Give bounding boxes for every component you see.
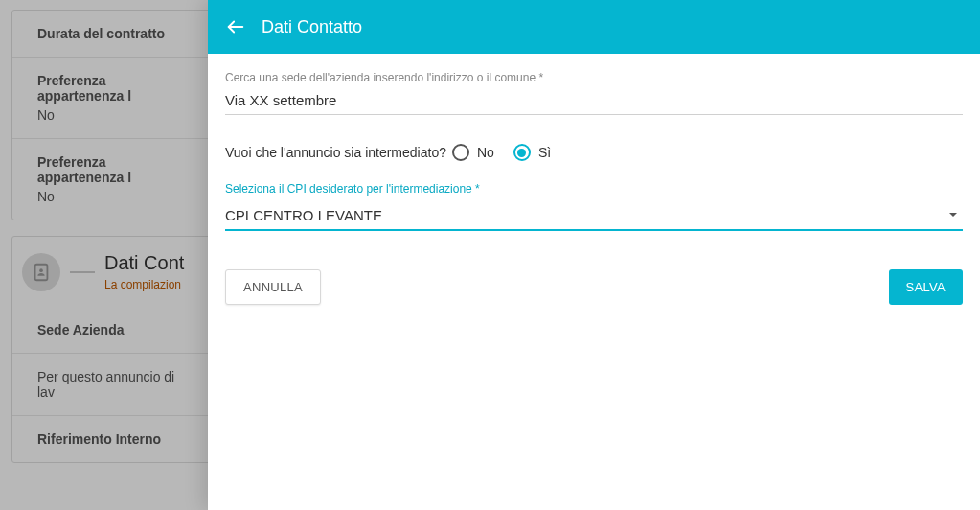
radio-no-label: No [477, 145, 494, 160]
cpi-field: Seleziona il CPI desiderato per l'interm… [225, 182, 963, 231]
modal-header: Dati Contatto [208, 0, 980, 54]
search-input[interactable] [225, 84, 963, 115]
required-asterisk: * [472, 182, 480, 196]
cpi-select[interactable] [225, 199, 963, 231]
cpi-label: Seleziona il CPI desiderato per l'interm… [225, 182, 963, 196]
radio-question: Vuoi che l'annuncio sia intermediato? [225, 145, 446, 160]
save-button[interactable]: SALVA [889, 269, 963, 305]
radio-circle-selected-icon [513, 144, 531, 161]
modal-body: Cerca una sede dell'azienda inserendo l'… [208, 54, 980, 322]
intermediato-radio-group: Vuoi che l'annuncio sia intermediato? No… [225, 144, 963, 161]
radio-si-label: Sì [538, 145, 551, 160]
back-arrow-icon[interactable] [225, 16, 246, 37]
radio-si[interactable]: Sì [513, 144, 551, 161]
cancel-button[interactable]: ANNULLA [225, 269, 321, 305]
modal-dati-contatto: Dati Contatto Cerca una sede dell'aziend… [208, 0, 980, 510]
cpi-select-value[interactable] [225, 199, 963, 231]
radio-circle-icon [452, 144, 469, 161]
search-field: Cerca una sede dell'azienda inserendo l'… [225, 71, 963, 115]
modal-title: Dati Contatto [262, 17, 362, 37]
required-asterisk: * [536, 71, 543, 84]
search-label: Cerca una sede dell'azienda inserendo l'… [225, 71, 963, 84]
cpi-label-text: Seleziona il CPI desiderato per l'interm… [225, 182, 472, 196]
search-label-text: Cerca una sede dell'azienda inserendo l'… [225, 71, 536, 84]
button-row: ANNULLA SALVA [225, 269, 963, 322]
radio-no[interactable]: No [452, 144, 494, 161]
radio-dot-icon [517, 149, 526, 157]
